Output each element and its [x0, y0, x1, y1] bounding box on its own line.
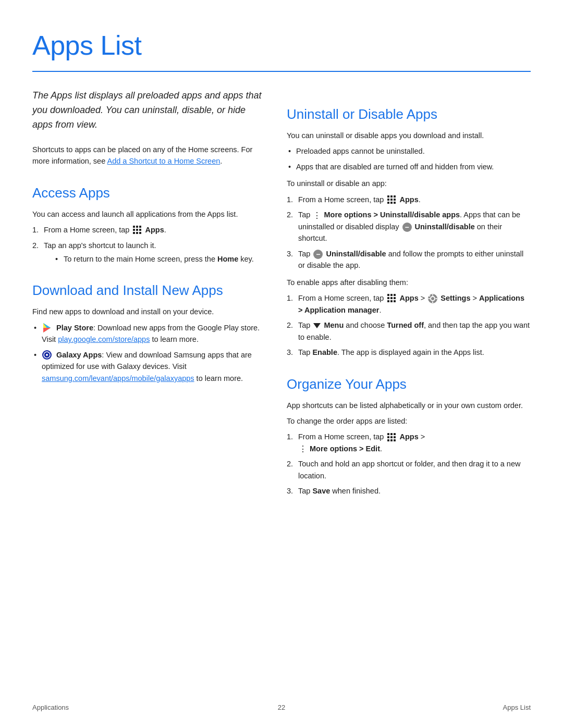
footer-page-number: 22 — [278, 702, 285, 713]
apps-grid-icon-3 — [387, 293, 396, 303]
uninstall-disable-bullets: Preloaded apps cannot be uninstalled. Ap… — [287, 145, 531, 172]
svg-rect-0 — [133, 226, 135, 228]
svg-rect-47 — [387, 439, 389, 441]
title-divider — [32, 71, 531, 72]
svg-rect-3 — [133, 229, 135, 231]
svg-rect-17 — [390, 195, 393, 198]
uninstall-disable-label-2: Uninstall/disable — [326, 250, 386, 258]
svg-rect-43 — [394, 433, 396, 435]
svg-rect-36 — [432, 294, 433, 296]
svg-rect-28 — [387, 297, 389, 299]
section-title-download-install: Download and Install New Apps — [32, 280, 262, 301]
uninstall-step-1: 1. From a Home screen, tap — [287, 194, 531, 205]
uninstall-bullet-1: Preloaded apps cannot be uninstalled. — [287, 145, 531, 157]
galaxy-apps-link[interactable]: samsung.com/levant/apps/mobile/galaxyapp… — [42, 374, 194, 382]
play-store-bullet: Play Store: Download new apps from the G… — [32, 322, 262, 346]
access-apps-sub-bullet-1: To return to the main Home screen, press… — [55, 253, 262, 265]
galaxy-apps-icon — [42, 350, 52, 360]
svg-rect-42 — [390, 433, 393, 435]
svg-rect-32 — [390, 300, 393, 302]
enable-step-1: 1. From a Home screen, tap — [287, 292, 531, 316]
svg-rect-2 — [139, 226, 141, 228]
uninstall-circle-icon-1 — [402, 223, 412, 232]
play-store-link[interactable]: play.google.com/store/apps — [58, 335, 150, 343]
svg-rect-16 — [387, 195, 389, 198]
svg-rect-49 — [394, 439, 396, 441]
svg-marker-11 — [43, 328, 51, 332]
uninstall-step-2: 2. Tap ⋮ More options > Uninstall/disabl… — [287, 209, 531, 244]
svg-rect-30 — [394, 297, 396, 299]
access-apps-step-2: 2. Tap an app's shortcut to launch it. T… — [32, 240, 262, 265]
access-apps-steps: 1. From a Home screen, tap — [32, 224, 262, 265]
organize-step-2: 2. Touch and hold an app shortcut or fol… — [287, 458, 531, 482]
apps-bold-label: Apps — [145, 226, 164, 234]
svg-rect-41 — [387, 433, 389, 435]
footer-right: Apps List — [503, 702, 531, 713]
svg-rect-46 — [394, 436, 396, 438]
svg-rect-6 — [133, 232, 135, 234]
apps-grid-icon — [132, 225, 142, 235]
uninstall-disable-description: You can uninstall or disable apps you do… — [287, 130, 531, 141]
uninstall-step-3: 3. Tap Uninstall/disable and follow the … — [287, 248, 531, 272]
save-bold: Save — [312, 487, 330, 495]
apps-bold-2: Apps — [399, 195, 418, 204]
access-apps-sub-bullets: To return to the main Home screen, press… — [44, 253, 262, 265]
enable-step-3: 3. Tap Enable. The app is displayed agai… — [287, 347, 531, 358]
footer-left: Applications — [32, 702, 69, 713]
svg-rect-1 — [136, 226, 138, 228]
access-apps-step-1: 1. From a Home screen, tap — [32, 224, 262, 236]
enable-bold: Enable — [312, 348, 337, 356]
svg-rect-7 — [136, 232, 138, 234]
svg-rect-8 — [139, 232, 141, 234]
home-screen-link[interactable]: Add a Shortcut to a Home Screen — [107, 157, 220, 165]
play-store-icon — [42, 323, 52, 333]
apps-bold-4: Apps — [399, 433, 418, 441]
intro-body: Shortcuts to apps can be placed on any o… — [32, 144, 262, 167]
page-footer: Applications 22 Apps List — [0, 702, 563, 713]
svg-rect-38 — [429, 298, 430, 299]
page-title: Apps List — [32, 25, 531, 66]
svg-rect-18 — [394, 195, 396, 198]
left-column: The Apps list displays all preloaded app… — [32, 89, 262, 502]
svg-rect-48 — [390, 439, 393, 441]
home-key-label: Home — [217, 255, 238, 263]
svg-rect-29 — [390, 297, 393, 299]
organize-step-3: 3. Tap Save when finished. — [287, 485, 531, 497]
organize-steps: 1. From a Home screen, tap — [287, 431, 531, 497]
apps-grid-icon-2 — [387, 195, 396, 204]
svg-rect-4 — [136, 229, 138, 231]
right-column: Uninstall or Disable Apps You can uninst… — [287, 89, 531, 502]
apps-grid-icon-4 — [387, 433, 396, 442]
uninstall-steps-intro: To uninstall or disable an app: — [287, 178, 531, 189]
play-store-label: Play Store — [56, 324, 93, 332]
uninstall-steps: 1. From a Home screen, tap — [287, 194, 531, 272]
access-apps-description: You can access and launch all applicatio… — [32, 208, 262, 220]
uninstall-bullet-2: Apps that are disabled are turned off an… — [287, 161, 531, 172]
enable-step-2: 2. Tap Menu and choose Turned off, and t… — [287, 319, 531, 343]
intro-italic: The Apps list displays all preloaded app… — [32, 89, 262, 132]
svg-rect-25 — [387, 294, 389, 296]
svg-rect-22 — [387, 202, 389, 204]
section-title-uninstall-disable: Uninstall or Disable Apps — [287, 104, 531, 125]
svg-rect-26 — [390, 294, 393, 296]
svg-rect-44 — [387, 436, 389, 438]
enable-steps: 1. From a Home screen, tap — [287, 292, 531, 358]
settings-gear-icon — [428, 294, 437, 303]
organize-apps-description: App shortcuts can be listed alphabetical… — [287, 400, 531, 411]
svg-rect-31 — [387, 300, 389, 302]
svg-rect-39 — [436, 298, 437, 299]
svg-rect-19 — [387, 199, 389, 201]
section-title-access-apps: Access Apps — [32, 183, 262, 203]
galaxy-apps-bullet: Galaxy Apps: View and download Samsung a… — [32, 349, 262, 384]
svg-rect-23 — [390, 202, 393, 204]
more-options-edit-label: More options > Edit — [310, 445, 380, 453]
more-options-icon-1: ⋮ — [313, 212, 321, 220]
more-options-label-1: More options > Uninstall/disable apps — [324, 211, 460, 219]
apps-bold-3: Apps — [399, 294, 418, 302]
menu-bold: Menu — [324, 321, 344, 329]
svg-rect-21 — [394, 199, 396, 201]
turned-off-bold: Turned off — [387, 321, 424, 329]
svg-rect-24 — [394, 202, 396, 204]
svg-rect-20 — [390, 199, 393, 201]
uninstall-circle-icon-2 — [313, 250, 323, 259]
